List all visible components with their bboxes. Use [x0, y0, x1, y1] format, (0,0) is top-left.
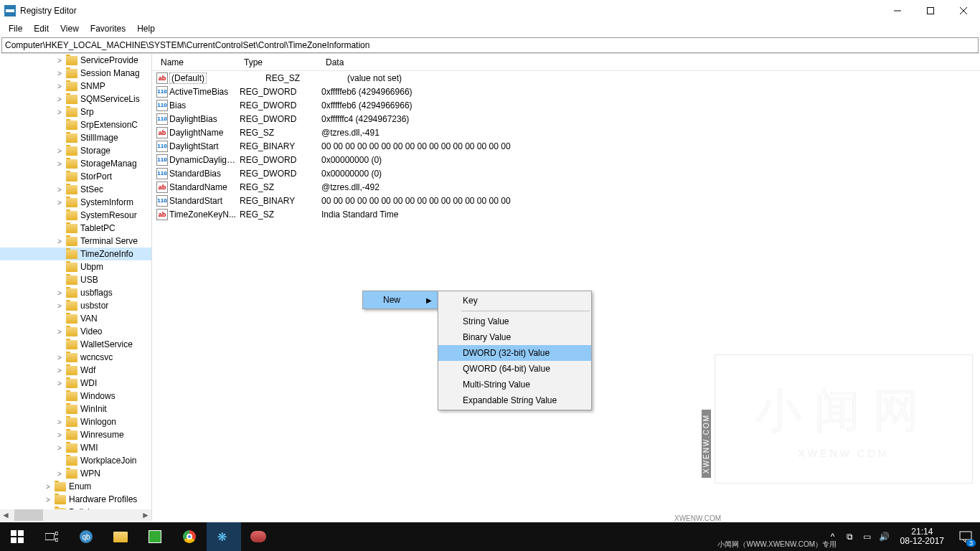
tray-battery-icon[interactable]: ▭	[859, 522, 876, 551]
taskbar-app-3[interactable]	[138, 522, 172, 551]
list-row[interactable]: abDaylightNameREG_SZ@tzres.dll,-491	[152, 126, 980, 139]
tree-item[interactable]: >usbflags	[0, 286, 151, 299]
tree-item[interactable]: >ServiceProvide	[0, 54, 151, 67]
ctx-new-key[interactable]: Key	[438, 293, 591, 309]
tree-item[interactable]: >Enum	[0, 480, 151, 493]
list-row[interactable]: 110DaylightBiasREG_DWORD0xffffffc4 (4294…	[152, 112, 980, 126]
expand-icon[interactable]: >	[55, 380, 65, 387]
start-button[interactable]	[0, 522, 34, 551]
taskbar-app-6[interactable]	[241, 522, 275, 551]
tree-item[interactable]: TimeZoneInfo	[0, 248, 151, 260]
tree-item[interactable]: >Terminal Serve	[0, 235, 151, 248]
tray-volume-icon[interactable]: 🔊	[876, 522, 893, 551]
taskbar-app-2[interactable]	[103, 522, 138, 551]
tree-item[interactable]: >Srp	[0, 105, 151, 118]
tree-item[interactable]: StillImage	[0, 131, 151, 144]
list-row[interactable]: 110StandardStartREG_BINARY00 00 00 00 00…	[152, 194, 980, 207]
scroll-thumb[interactable]	[14, 509, 43, 521]
tree-item[interactable]: TabletPC	[0, 222, 151, 235]
tree-item[interactable]: >usbstor	[0, 299, 151, 312]
expand-icon[interactable]: >	[43, 483, 53, 491]
tree-item[interactable]: VAN	[0, 312, 151, 325]
expand-icon[interactable]: >	[55, 418, 65, 426]
tree-item[interactable]: >Hardware Profiles	[0, 493, 151, 506]
list-pane[interactable]: Name Type Data ab(Default)REG_SZ(value n…	[152, 54, 980, 521]
action-center-button[interactable]: 3	[951, 522, 980, 551]
tree-item[interactable]: >Winlogon	[0, 415, 151, 428]
tree-pane[interactable]: >ServiceProvide>Session Manag>SNMP>SQMSe…	[0, 54, 152, 521]
tree-item[interactable]: Windows	[0, 390, 151, 402]
expand-icon[interactable]: >	[43, 496, 53, 504]
list-row[interactable]: abStandardNameREG_SZ@tzres.dll,-492	[152, 180, 980, 194]
expand-icon[interactable]: >	[55, 199, 65, 207]
taskbar-app-5[interactable]: ❋	[207, 522, 241, 551]
scroll-right-icon[interactable]: ►	[140, 509, 151, 521]
minimize-button[interactable]	[881, 0, 914, 22]
expand-icon[interactable]: >	[55, 354, 65, 362]
expand-icon[interactable]: >	[55, 289, 65, 297]
tree-item[interactable]: >StorageManag	[0, 157, 151, 170]
list-row[interactable]: 110StandardBiasREG_DWORD0x00000000 (0)	[152, 166, 980, 180]
expand-icon[interactable]: >	[55, 328, 65, 336]
menu-edit[interactable]: Edit	[28, 22, 55, 35]
tree-hscrollbar[interactable]: ◄ ►	[0, 509, 151, 521]
menu-file[interactable]: File	[3, 22, 28, 35]
tree-item[interactable]: >Winresume	[0, 428, 151, 441]
menu-view[interactable]: View	[55, 22, 85, 35]
expand-icon[interactable]: >	[55, 83, 65, 90]
list-row[interactable]: ab(Default)REG_SZ(value not set)	[152, 71, 980, 85]
list-row[interactable]: abTimeZoneKeyN...REG_SZIndia Standard Ti…	[152, 207, 980, 221]
tree-item[interactable]: SystemResour	[0, 209, 151, 222]
tree-item[interactable]: >StSec	[0, 183, 151, 196]
list-row[interactable]: 110ActiveTimeBiasREG_DWORD0xfffffeb6 (42…	[152, 85, 980, 98]
tree-item[interactable]: StorPort	[0, 170, 151, 183]
tree-item[interactable]: >Wdf	[0, 364, 151, 377]
tree-item[interactable]: SrpExtensionC	[0, 118, 151, 131]
expand-icon[interactable]: >	[55, 470, 65, 478]
expand-icon[interactable]: >	[55, 186, 65, 194]
tree-item[interactable]: >wcncsvc	[0, 351, 151, 364]
tree-item[interactable]: >SNMP	[0, 80, 151, 93]
tree-item[interactable]: WalletService	[0, 338, 151, 351]
expand-icon[interactable]: >	[55, 444, 65, 452]
maximize-button[interactable]	[914, 0, 947, 22]
ctx-new-string[interactable]: String Value	[438, 314, 591, 329]
tree-item[interactable]: >WDI	[0, 377, 151, 390]
tree-item[interactable]: WorkplaceJoin	[0, 454, 151, 467]
tree-item[interactable]: >Session Manag	[0, 67, 151, 80]
expand-icon[interactable]: >	[55, 70, 65, 77]
tree-item[interactable]: >SystemInform	[0, 196, 151, 209]
taskbar-app-1[interactable]: qb	[69, 522, 103, 551]
col-name[interactable]: Name	[156, 57, 240, 67]
expand-icon[interactable]: >	[55, 108, 65, 116]
tree-item[interactable]: >WPN	[0, 467, 151, 480]
expand-icon[interactable]: >	[55, 431, 65, 439]
ctx-new[interactable]: New ▶	[363, 291, 438, 309]
tree-item[interactable]: Ubpm	[0, 260, 151, 273]
ctx-new-qword[interactable]: QWORD (64-bit) Value	[438, 361, 591, 377]
tree-item[interactable]: >SQMServiceLis	[0, 93, 151, 105]
list-row[interactable]: 110BiasREG_DWORD0xfffffeb6 (4294966966)	[152, 98, 980, 112]
list-row[interactable]: 110DaylightStartREG_BINARY00 00 00 00 00…	[152, 139, 980, 153]
ctx-new-dword[interactable]: DWORD (32-bit) Value	[438, 345, 591, 361]
expand-icon[interactable]: >	[55, 95, 65, 103]
expand-icon[interactable]: >	[55, 237, 65, 245]
tree-item[interactable]: >Video	[0, 325, 151, 338]
tree-item[interactable]: >Storage	[0, 144, 151, 157]
tray-clock[interactable]: 21:14 08-12-2017	[893, 527, 951, 546]
expand-icon[interactable]: >	[55, 160, 65, 168]
ctx-new-binary[interactable]: Binary Value	[438, 329, 591, 345]
taskbar-app-chrome[interactable]	[172, 522, 207, 551]
col-type[interactable]: Type	[240, 57, 321, 67]
tree-item[interactable]: USB	[0, 273, 151, 286]
tree-item[interactable]: WinInit	[0, 402, 151, 415]
address-bar[interactable]: Computer\HKEY_LOCAL_MACHINE\SYSTEM\Curre…	[1, 37, 979, 53]
tray-network-icon[interactable]: ⧉	[842, 522, 859, 551]
ctx-new-multistring[interactable]: Multi-String Value	[438, 377, 591, 392]
menu-favorites[interactable]: Favorites	[85, 22, 131, 35]
menu-help[interactable]: Help	[131, 22, 161, 35]
task-view-button[interactable]	[34, 522, 69, 551]
tree-item[interactable]: >WMI	[0, 441, 151, 454]
expand-icon[interactable]: >	[55, 147, 65, 155]
expand-icon[interactable]: >	[55, 367, 65, 375]
